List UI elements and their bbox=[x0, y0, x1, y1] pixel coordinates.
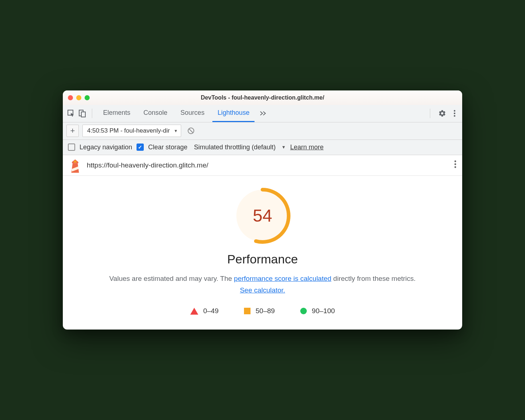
see-calculator-link[interactable]: See calculator. bbox=[240, 286, 285, 294]
close-window-button[interactable] bbox=[68, 95, 73, 100]
legacy-navigation-label: Legacy navigation bbox=[80, 144, 132, 151]
desc-text: directly from these metrics. bbox=[331, 275, 416, 282]
performance-score-value: 54 bbox=[233, 187, 292, 245]
svg-point-5 bbox=[454, 115, 455, 117]
legend-pass: 90–100 bbox=[300, 307, 335, 315]
legend-fail: 0–49 bbox=[190, 307, 219, 315]
legend-average-label: 50–89 bbox=[256, 307, 275, 315]
divider bbox=[430, 109, 430, 118]
svg-line-7 bbox=[189, 129, 193, 133]
clear-storage-label: Clear storage bbox=[148, 144, 187, 151]
lighthouse-logo-icon bbox=[69, 159, 82, 172]
lighthouse-options-bar: Legacy navigation Clear storage Simulate… bbox=[63, 140, 462, 155]
legend-fail-label: 0–49 bbox=[203, 307, 219, 315]
score-area: 54 Performance Values are estimated and … bbox=[63, 176, 462, 330]
score-legend: 0–49 50–89 90–100 bbox=[77, 307, 448, 315]
svg-rect-2 bbox=[81, 112, 85, 117]
score-calc-link[interactable]: performance score is calculated bbox=[234, 275, 331, 282]
settings-button[interactable] bbox=[436, 107, 448, 120]
lighthouse-secondary-bar: + 4:50:53 PM - foul-heavenly-dir bbox=[63, 122, 462, 140]
devtools-window: DevTools - foul-heavenly-direction.glitc… bbox=[63, 90, 462, 330]
clear-storage-checkbox[interactable] bbox=[137, 144, 144, 151]
tab-sources[interactable]: Sources bbox=[175, 105, 209, 122]
tab-lighthouse[interactable]: Lighthouse bbox=[212, 105, 255, 122]
score-description: Values are estimated and may vary. The p… bbox=[108, 273, 417, 296]
titlebar: DevTools - foul-heavenly-direction.glitc… bbox=[63, 90, 462, 105]
report-select-label: 4:50:53 PM - foul-heavenly-dir bbox=[87, 127, 170, 134]
learn-more-link[interactable]: Learn more bbox=[290, 144, 323, 151]
legend-average: 50–89 bbox=[244, 307, 275, 315]
window-title: DevTools - foul-heavenly-direction.glitc… bbox=[63, 94, 462, 101]
report-url: https://foul-heavenly-direction.glitch.m… bbox=[87, 161, 449, 169]
devtools-toolbar: Elements Console Sources Lighthouse bbox=[63, 105, 462, 122]
desc-text: Values are estimated and may vary. The bbox=[109, 275, 234, 282]
throttling-label: Simulated throttling (default) bbox=[194, 144, 276, 151]
tab-elements[interactable]: Elements bbox=[98, 105, 135, 122]
throttling-dropdown[interactable]: ▼ bbox=[281, 145, 286, 150]
svg-rect-8 bbox=[74, 161, 77, 162]
new-report-button[interactable]: + bbox=[66, 125, 79, 137]
svg-point-4 bbox=[454, 113, 455, 114]
report-menu-button[interactable] bbox=[454, 160, 456, 170]
tab-console[interactable]: Console bbox=[138, 105, 172, 122]
svg-point-11 bbox=[455, 166, 456, 168]
traffic-lights bbox=[68, 95, 90, 100]
kebab-menu-button[interactable] bbox=[451, 108, 458, 119]
performance-gauge: 54 bbox=[233, 187, 292, 245]
circle-icon bbox=[300, 308, 307, 314]
report-url-bar: https://foul-heavenly-direction.glitch.m… bbox=[63, 155, 462, 176]
more-tabs-button[interactable] bbox=[257, 109, 269, 118]
device-toggle-icon[interactable] bbox=[78, 109, 86, 117]
zoom-window-button[interactable] bbox=[85, 95, 90, 100]
triangle-icon bbox=[190, 308, 198, 315]
category-title: Performance bbox=[77, 252, 448, 266]
svg-point-10 bbox=[455, 163, 456, 165]
inspect-element-icon[interactable] bbox=[67, 109, 75, 117]
minimize-window-button[interactable] bbox=[76, 95, 81, 100]
legacy-navigation-checkbox[interactable] bbox=[68, 144, 75, 151]
square-icon bbox=[244, 308, 251, 314]
svg-point-9 bbox=[455, 160, 456, 162]
clear-icon[interactable] bbox=[185, 125, 197, 137]
divider bbox=[92, 109, 92, 118]
legend-pass-label: 90–100 bbox=[312, 307, 335, 315]
report-select[interactable]: 4:50:53 PM - foul-heavenly-dir bbox=[82, 125, 181, 137]
svg-point-3 bbox=[454, 110, 455, 112]
